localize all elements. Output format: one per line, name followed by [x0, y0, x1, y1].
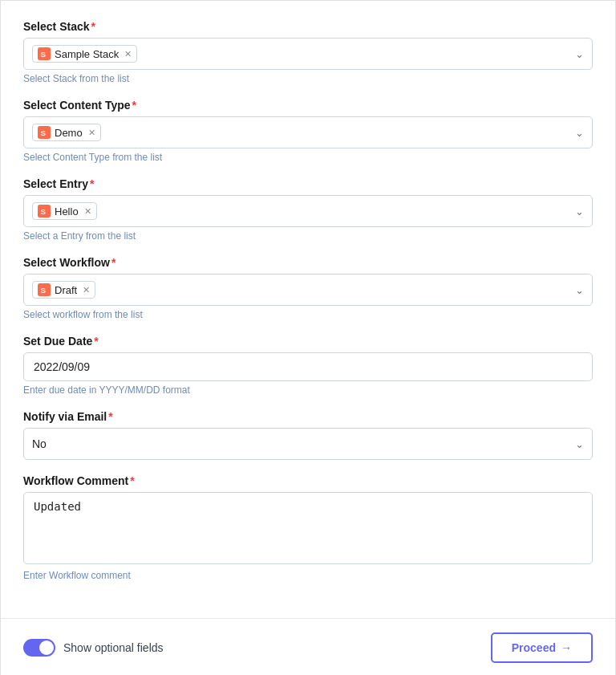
svg-text:S: S — [41, 50, 47, 59]
toggle-knob — [39, 640, 54, 655]
tag-sample-stack: S Sample Stack ✕ — [32, 45, 137, 63]
select-workflow-dropdown[interactable]: S Draft ✕ ⌄ — [23, 274, 593, 306]
svg-text:S: S — [41, 128, 47, 137]
field-select-entry: Select Entry* S Hello ✕ ⌄ Select a Entry… — [23, 177, 593, 242]
label-notify-email: Notify via Email* — [23, 410, 593, 423]
field-select-stack: Select Stack* S Sample Stack ✕ ⌄ Select … — [23, 20, 593, 84]
hint-due-date: Enter due date in YYYY/MM/DD format — [23, 384, 593, 396]
due-date-input[interactable] — [23, 352, 593, 381]
select-content-type-dropdown[interactable]: S Demo ✕ ⌄ — [23, 116, 593, 148]
label-workflow-comment: Workflow Comment* — [23, 474, 593, 487]
form-container: Select Stack* S Sample Stack ✕ ⌄ Select … — [0, 0, 616, 675]
label-select-stack: Select Stack* — [23, 20, 593, 33]
hint-workflow: Select workflow from the list — [23, 309, 593, 320]
label-entry: Select Entry* — [23, 177, 593, 190]
optional-fields-toggle[interactable] — [23, 639, 55, 657]
optional-fields-toggle-wrapper: Show optional fields — [23, 639, 164, 657]
entry-icon: S — [38, 205, 51, 218]
field-workflow-comment: Workflow Comment* Enter Workflow comment — [23, 474, 593, 581]
field-due-date: Set Due Date* Enter due date in YYYY/MM/… — [23, 335, 593, 396]
tag-draft: S Draft ✕ — [32, 281, 95, 299]
footer-bar: Show optional fields Proceed → — [1, 618, 615, 675]
proceed-arrow-icon: → — [561, 641, 572, 654]
chevron-down-icon: ⌄ — [575, 284, 584, 296]
hint-select-stack: Select Stack from the list — [23, 73, 593, 84]
chevron-down-icon: ⌄ — [575, 48, 584, 60]
remove-entry-tag[interactable]: ✕ — [84, 206, 91, 217]
tag-demo: S Demo ✕ — [32, 124, 101, 141]
remove-content-type-tag[interactable]: ✕ — [88, 128, 95, 138]
field-select-workflow: Select Workflow* S Draft ✕ ⌄ Select work… — [23, 256, 593, 320]
proceed-button[interactable]: Proceed → — [491, 632, 593, 663]
stack-icon: S — [38, 47, 51, 60]
tag-hello: S Hello ✕ — [32, 202, 97, 220]
svg-text:S: S — [41, 207, 47, 216]
label-workflow: Select Workflow* — [23, 256, 593, 269]
notify-email-dropdown[interactable]: No ⌄ — [23, 428, 593, 460]
content-type-icon: S — [38, 126, 51, 139]
chevron-down-icon: ⌄ — [575, 205, 584, 218]
workflow-icon: S — [38, 283, 51, 296]
field-select-content-type: Select Content Type* S Demo ✕ ⌄ Select C… — [23, 99, 593, 163]
hint-workflow-comment: Enter Workflow comment — [23, 570, 593, 581]
field-notify-email: Notify via Email* No ⌄ — [23, 410, 593, 460]
select-entry-dropdown[interactable]: S Hello ✕ ⌄ — [23, 195, 593, 227]
optional-fields-label: Show optional fields — [63, 641, 164, 654]
label-content-type: Select Content Type* — [23, 99, 593, 112]
hint-content-type: Select Content Type from the list — [23, 152, 593, 163]
svg-text:S: S — [41, 286, 47, 295]
hint-entry: Select a Entry from the list — [23, 230, 593, 242]
remove-workflow-tag[interactable]: ✕ — [83, 285, 90, 295]
proceed-label: Proceed — [512, 641, 556, 654]
notify-email-value: No — [32, 437, 47, 450]
chevron-down-icon: ⌄ — [575, 438, 584, 450]
chevron-down-icon: ⌄ — [575, 127, 584, 139]
remove-stack-tag[interactable]: ✕ — [124, 49, 132, 59]
select-stack-dropdown[interactable]: S Sample Stack ✕ ⌄ — [23, 38, 593, 70]
label-due-date: Set Due Date* — [23, 335, 593, 348]
workflow-comment-textarea[interactable] — [23, 492, 593, 564]
